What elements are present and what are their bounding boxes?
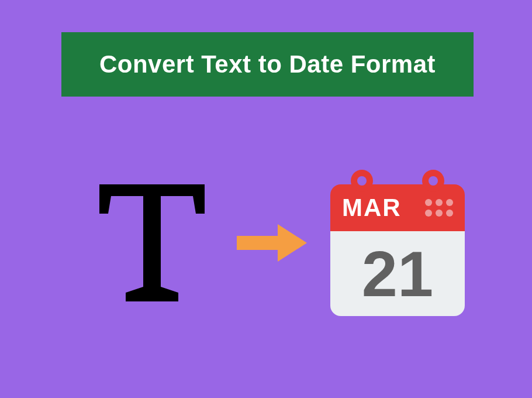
- calendar-month: MAR: [342, 194, 402, 222]
- calendar-ring-left-icon: [351, 170, 373, 192]
- calendar-ring-right-icon: [422, 170, 444, 192]
- title-banner: Convert Text to Date Format: [61, 32, 474, 97]
- arrow-right-icon: [234, 219, 310, 266]
- title-text: Convert Text to Date Format: [99, 50, 436, 78]
- illustration-row: MAR 21: [91, 167, 465, 319]
- calendar-icon: MAR 21: [330, 170, 465, 316]
- calendar-day-number: 21: [330, 231, 465, 316]
- calendar-dots-icon: [425, 199, 453, 217]
- calendar-header: MAR: [330, 184, 465, 231]
- text-letter-icon: [91, 176, 213, 310]
